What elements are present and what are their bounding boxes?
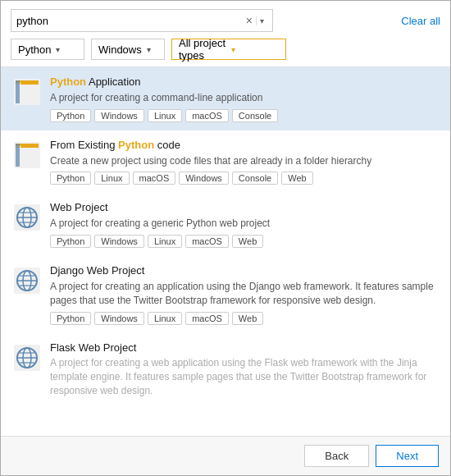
search-box: × ▾ — [11, 9, 273, 32]
title-prefix: From Existing — [50, 139, 118, 151]
project-tags: Python Windows Linux macOS Console — [50, 109, 439, 122]
platform-filter-label: Windows — [98, 43, 142, 56]
platform-filter-dropdown[interactable]: Windows ▾ — [91, 39, 165, 60]
project-icon-web — [12, 203, 42, 232]
project-tags: Python Windows Linux macOS Web — [50, 235, 439, 248]
project-type-filter-dropdown[interactable]: All project types ▾ — [171, 39, 286, 60]
tag: Linux — [148, 109, 182, 122]
project-tags: Python Windows Linux macOS Web — [50, 312, 439, 325]
list-item[interactable]: Flask Web Project A project for creating… — [1, 333, 450, 410]
project-desc: Create a new project using code files th… — [50, 154, 439, 168]
project-tags: Python Linux macOS Windows Console Web — [50, 172, 439, 185]
tag: Windows — [179, 172, 229, 185]
title-suffix: code — [154, 139, 180, 151]
back-button[interactable]: Back — [304, 445, 369, 467]
tag: Web — [232, 312, 263, 325]
project-icon-py: PY — [12, 77, 42, 107]
project-desc: A project for creating an application us… — [50, 280, 439, 308]
project-icon-web — [12, 266, 42, 295]
project-title: From Existing Python code — [50, 139, 439, 153]
next-button[interactable]: Next — [376, 445, 439, 467]
project-title: Web Project — [50, 201, 439, 215]
project-type-filter-arrow-icon: ▾ — [231, 45, 279, 54]
project-icon-web — [12, 343, 42, 373]
project-desc: A project for creating a generic Python … — [50, 217, 439, 231]
project-icon-py: PY — [12, 140, 42, 170]
title-highlight: Python — [50, 76, 86, 88]
title-highlight: Python — [118, 139, 154, 151]
tag: macOS — [133, 172, 176, 185]
project-title: Django Web Project — [50, 264, 439, 278]
tag: Web — [232, 235, 263, 248]
platform-filter-arrow-icon: ▾ — [147, 45, 157, 54]
project-info: Python Application A project for creatin… — [50, 76, 439, 122]
list-item[interactable]: PY Python Application A project for crea… — [1, 67, 450, 130]
project-info: From Existing Python code Create a new p… — [50, 139, 439, 185]
tag: Windows — [94, 312, 144, 325]
footer: Back Next — [1, 436, 450, 475]
tag: Console — [232, 172, 278, 185]
search-row: × ▾ Clear all — [11, 9, 440, 32]
svg-rect-7 — [16, 144, 20, 167]
project-title: Flask Web Project — [50, 341, 439, 355]
filter-row: Python ▾ Windows ▾ All project types ▾ — [11, 39, 440, 60]
tag: macOS — [185, 312, 229, 325]
tag: macOS — [185, 109, 229, 122]
tag: Linux — [94, 172, 129, 185]
svg-rect-3 — [16, 80, 20, 103]
tag: Python — [50, 109, 91, 122]
tag: Web — [281, 172, 312, 185]
project-desc: A project for creating a web application… — [50, 356, 439, 397]
project-info: Django Web Project A project for creatin… — [50, 264, 439, 324]
tag: Windows — [94, 235, 144, 248]
project-info: Web Project A project for creating a gen… — [50, 201, 439, 248]
list-item[interactable]: PY From Existing Python code Create a ne… — [1, 130, 450, 194]
tag: Windows — [94, 109, 144, 122]
search-clear-icon[interactable]: × — [243, 14, 256, 27]
tag: Python — [50, 172, 91, 185]
project-title: Python Application — [50, 76, 439, 89]
project-info: Flask Web Project A project for creating… — [50, 341, 439, 402]
project-list: PY Python Application A project for crea… — [1, 67, 450, 436]
header: × ▾ Clear all Python ▾ Windows ▾ All pro… — [1, 1, 450, 67]
clear-all-button[interactable]: Clear all — [401, 15, 440, 27]
language-filter-arrow-icon: ▾ — [56, 45, 77, 54]
project-desc: A project for creating a command-line ap… — [50, 91, 439, 105]
project-type-filter-label: All project types — [179, 37, 226, 62]
language-filter-dropdown[interactable]: Python ▾ — [11, 39, 84, 60]
tag: macOS — [185, 235, 229, 248]
list-item[interactable]: Django Web Project A project for creatin… — [1, 256, 450, 332]
tag: Python — [50, 312, 91, 325]
tag: Python — [50, 235, 91, 248]
tag: Linux — [148, 312, 182, 325]
tag: Linux — [148, 235, 182, 248]
title-suffix: Application — [86, 76, 141, 88]
list-item[interactable]: Web Project A project for creating a gen… — [1, 193, 450, 256]
tag: Console — [232, 109, 278, 122]
search-dropdown-arrow-icon[interactable]: ▾ — [256, 16, 267, 25]
search-input[interactable] — [16, 15, 243, 27]
language-filter-label: Python — [18, 43, 51, 56]
